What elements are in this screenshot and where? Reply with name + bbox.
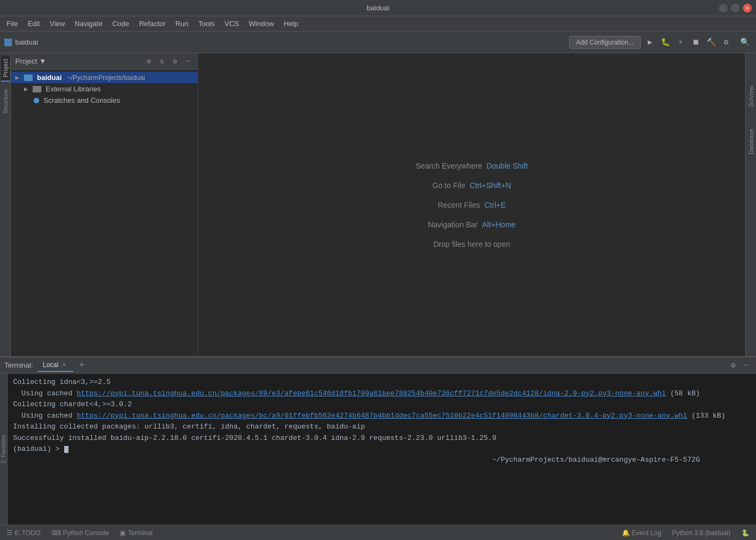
bottom-panel: Terminal: Local ✕ + ⚙ ─ 2: Favorites Col… <box>0 356 756 525</box>
menu-vcs[interactable]: VCS <box>220 18 243 29</box>
sidebar-header-icons: ⚙ ⇅ ⚙ ─ <box>143 56 193 67</box>
menu-refactor[interactable]: Refactor <box>135 18 170 29</box>
terminal-settings-icon[interactable]: ⚙ <box>728 360 739 371</box>
term-line: Using cached https://pypi.tuna.tsinghua.… <box>13 411 751 421</box>
menu-edit[interactable]: Edit <box>23 18 44 29</box>
arrow-icon: ▶ <box>24 86 30 92</box>
hint-search-everywhere: Search Everywhere Double Shift <box>416 162 528 170</box>
status-event-log[interactable]: 🔔 Event Log <box>620 528 664 538</box>
left-panel-strip: Project Structure <box>0 53 11 356</box>
local-tab-close[interactable]: ✕ <box>60 361 68 369</box>
term-line: Collecting idna<3,>=2.5 <box>13 377 751 388</box>
stop-icon[interactable]: ⏹ <box>689 35 703 49</box>
sciview-panel-tab[interactable]: SciView <box>748 86 754 107</box>
external-libraries-label: External Libraries <box>46 85 101 93</box>
toolbar: baiduai Add Configuration... ▶ 🐛 ⚡ ⏹ 🔨 ⚙… <box>0 32 756 53</box>
sidebar-title: Project ▼ <box>15 57 140 65</box>
todo-label: 6: TODO <box>15 529 41 537</box>
term-right-info: ~/PycharmProjects/baiduai@mrcangye-Aspir… <box>13 455 700 465</box>
hint-label: Recent Files <box>438 201 480 209</box>
hint-goto-file: Go to File Ctrl+Shift+N <box>433 181 511 190</box>
main-layout: Project Structure Project ▼ ⚙ ⇅ ⚙ ─ ▶ ba… <box>0 53 756 356</box>
window-controls: ─ □ ✕ <box>719 4 752 13</box>
add-configuration-button[interactable]: Add Configuration... <box>569 36 641 49</box>
term-line: Using cached https://pypi.tuna.tsinghua.… <box>13 388 751 399</box>
todo-icon: ☰ <box>7 529 13 537</box>
sidebar-item-baiduai[interactable]: ▶ baiduai ~/PycharmProjects/baiduai <box>11 72 198 83</box>
run-icon[interactable]: ▶ <box>643 35 657 49</box>
status-left: ☰ 6: TODO ⌨ Python Console ▣ Terminal <box>4 528 155 538</box>
sidebar-expand-icon[interactable]: ⇅ <box>157 56 167 67</box>
add-terminal-tab-button[interactable]: + <box>76 361 88 370</box>
sidebar-minimize-icon[interactable]: ─ <box>183 56 193 67</box>
menu-view[interactable]: View <box>45 18 69 29</box>
hint-label: Navigation Bar <box>428 220 478 229</box>
settings-icon[interactable]: ⚙ <box>719 35 733 49</box>
status-todo[interactable]: ☰ 6: TODO <box>4 528 43 538</box>
hint-drop-files: Drop files here to open <box>433 240 510 249</box>
term-link-chardet[interactable]: https://pypi.tuna.tsinghua.edu.cn/packag… <box>77 412 687 420</box>
profile-icon[interactable]: ⚡ <box>673 35 688 49</box>
editor-area: Search Everywhere Double Shift Go to Fil… <box>198 53 745 356</box>
event-log-icon: 🔔 <box>622 529 630 537</box>
term-link-idna[interactable]: https://pypi.tuna.tsinghua.edu.cn/packag… <box>77 389 666 398</box>
menu-tools[interactable]: Tools <box>194 18 219 29</box>
python-version-label: Python 3.8 (baiduai) <box>672 529 730 537</box>
sidebar-item-external-libraries[interactable]: ▶ External Libraries <box>11 83 198 95</box>
status-python-version[interactable]: Python 3.8 (baiduai) <box>670 528 733 538</box>
sidebar-gear-icon[interactable]: ⚙ <box>170 56 180 67</box>
terminal-minimize-icon[interactable]: ─ <box>741 360 752 371</box>
structure-panel-tab[interactable]: Structure <box>1 86 10 117</box>
hint-shortcut[interactable]: Alt+Home <box>482 220 516 229</box>
favorites-label[interactable]: 2: Favorites <box>1 435 7 463</box>
hint-shortcut[interactable]: Double Shift <box>486 162 528 170</box>
terminal-label: Terminal <box>128 529 152 537</box>
minimize-button[interactable]: ─ <box>719 4 728 13</box>
menu-code[interactable]: Code <box>108 18 134 29</box>
maximize-button[interactable]: □ <box>731 4 740 13</box>
menu-help[interactable]: Help <box>279 18 303 29</box>
hint-label: Go to File <box>433 181 466 190</box>
debug-icon[interactable]: 🐛 <box>658 35 672 49</box>
favorites-strip: 2: Favorites <box>0 374 8 525</box>
hint-label: Search Everywhere <box>416 162 482 170</box>
terminal-label: Terminal: <box>4 361 33 369</box>
menu-file[interactable]: File <box>2 18 22 29</box>
terminal-content[interactable]: Collecting idna<3,>=2.5 Using cached htt… <box>8 374 756 525</box>
hint-recent-files: Recent Files Ctrl+E <box>438 201 505 209</box>
status-python-env-icon[interactable]: 🐍 <box>739 528 752 538</box>
sidebar: Project ▼ ⚙ ⇅ ⚙ ─ ▶ baiduai ~/PycharmPro… <box>11 53 198 356</box>
sidebar-config-icon[interactable]: ⚙ <box>143 56 154 67</box>
status-right: 🔔 Event Log Python 3.8 (baiduai) 🐍 <box>620 528 752 538</box>
terminal-icon: ▣ <box>120 529 126 537</box>
status-python-console[interactable]: ⌨ Python Console <box>49 528 111 538</box>
project-name-label: baiduai <box>15 38 38 46</box>
terminal-action-icons: ⚙ ─ <box>728 360 752 371</box>
status-terminal[interactable]: ▣ Terminal <box>117 528 154 538</box>
terminal-tabs: Terminal: Local ✕ + ⚙ ─ <box>0 357 756 374</box>
term-prompt-line: (baiduai) > ~/PycharmProjects/baiduai@mr… <box>13 444 751 465</box>
sidebar-header: Project ▼ ⚙ ⇅ ⚙ ─ <box>11 53 198 70</box>
menu-run[interactable]: Run <box>171 18 193 29</box>
menu-navigate[interactable]: Navigate <box>70 18 107 29</box>
sidebar-item-scratches[interactable]: ▶ Scratches and Consoles <box>11 95 198 106</box>
term-line: Successfully installed baidu-aip-2.2.18.… <box>13 433 751 444</box>
search-everywhere-icon[interactable]: 🔍 <box>738 35 752 49</box>
arrow-icon: ▶ <box>15 75 22 80</box>
window-title: baiduai <box>367 4 390 12</box>
folder-icon <box>24 75 33 81</box>
library-icon <box>33 86 41 92</box>
database-panel-tab[interactable]: Database <box>748 129 754 154</box>
term-cursor <box>64 446 68 453</box>
terminal-with-strip: 2: Favorites Collecting idna<3,>=2.5 Usi… <box>0 374 756 525</box>
menu-window[interactable]: Window <box>245 18 278 29</box>
python-console-icon: ⌨ <box>52 529 61 537</box>
hint-shortcut[interactable]: Ctrl+Shift+N <box>470 181 511 190</box>
local-tab[interactable]: Local ✕ <box>38 359 74 372</box>
close-button[interactable]: ✕ <box>743 4 752 13</box>
project-icon-area[interactable]: baiduai <box>4 38 38 46</box>
build-icon[interactable]: 🔨 <box>704 35 718 49</box>
project-panel-tab[interactable]: Project <box>1 55 10 82</box>
hint-shortcut[interactable]: Ctrl+E <box>484 201 505 209</box>
scratches-label: Scratches and Consoles <box>43 96 120 104</box>
